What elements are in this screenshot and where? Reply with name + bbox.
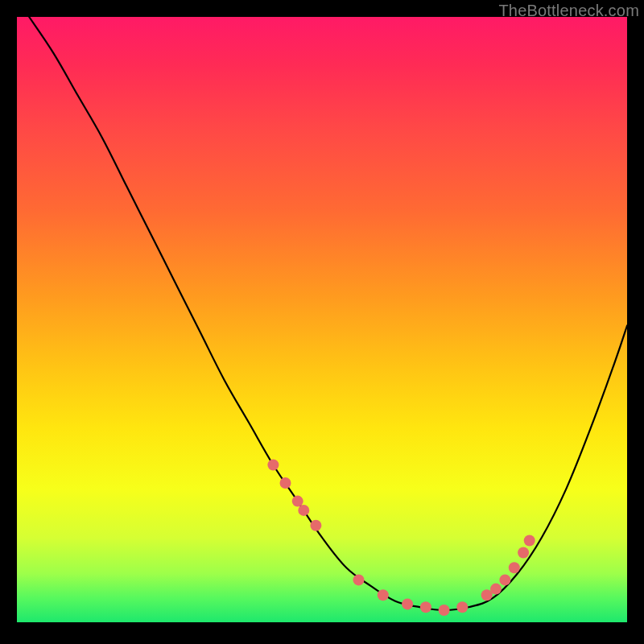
curve-layer: [17, 17, 627, 622]
highlight-dot: [456, 601, 468, 613]
highlight-dot: [402, 598, 413, 609]
chart-container: TheBottleneck.com: [0, 0, 644, 644]
highlight-dot: [518, 547, 529, 559]
highlight-dot: [439, 605, 450, 616]
highlight-dot: [378, 589, 389, 601]
highlight-dot: [499, 574, 510, 585]
highlight-dot: [509, 562, 520, 573]
highlight-dot: [490, 584, 502, 595]
bottleneck-curve-path: [29, 17, 627, 610]
plot-area: [17, 17, 627, 622]
highlight-dot: [280, 477, 291, 489]
highlight-dot: [298, 505, 309, 516]
highlight-dot: [310, 520, 321, 531]
highlight-dot: [524, 535, 535, 547]
highlight-dot: [353, 574, 365, 585]
highlight-dot: [420, 601, 431, 613]
highlight-dot: [267, 460, 279, 471]
highlight-dots-group: [267, 460, 535, 617]
